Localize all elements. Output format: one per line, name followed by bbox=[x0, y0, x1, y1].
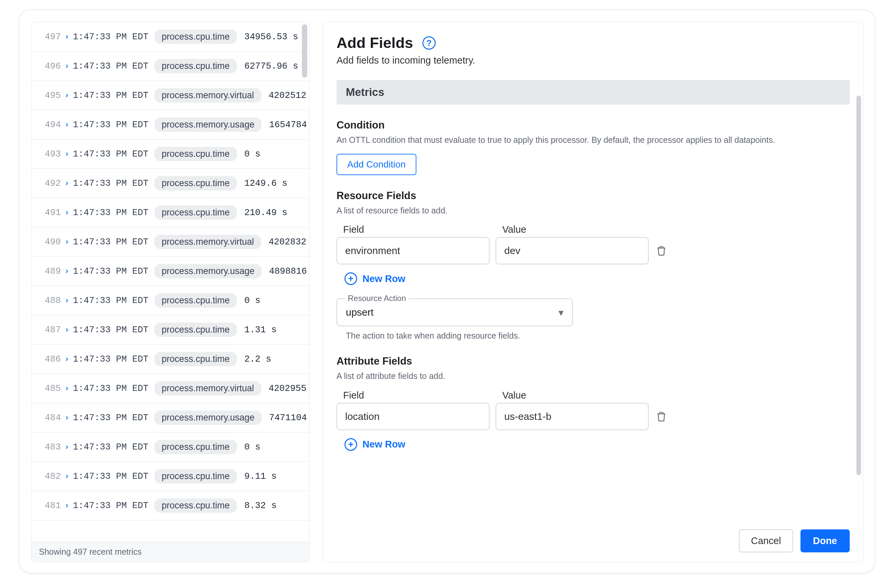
chevron-right-icon bbox=[61, 385, 73, 391]
metric-row[interactable]: 4871:47:33 PM EDTprocess.cpu.time1.31 s bbox=[32, 315, 309, 345]
metric-row[interactable]: 4821:47:33 PM EDTprocess.cpu.time9.11 s bbox=[32, 462, 309, 491]
metric-value: 9.11 s bbox=[244, 472, 276, 481]
metric-value: 0 s bbox=[244, 296, 261, 306]
chevron-right-icon bbox=[61, 34, 73, 40]
metric-timestamp: 1:47:33 PM EDT bbox=[73, 32, 148, 42]
cancel-button[interactable]: Cancel bbox=[739, 529, 793, 552]
metric-row[interactable]: 4901:47:33 PM EDTprocess.memory.virtual4… bbox=[32, 227, 309, 257]
metric-row[interactable]: 4971:47:33 PM EDTprocess.cpu.time34956.5… bbox=[32, 22, 309, 51]
metric-row[interactable]: 4911:47:33 PM EDTprocess.cpu.time210.49 … bbox=[32, 198, 309, 227]
condition-title: Condition bbox=[337, 119, 850, 131]
attribute-new-row-button[interactable]: + New Row bbox=[337, 438, 405, 451]
chevron-right-icon bbox=[61, 444, 73, 450]
form-scrollbar[interactable] bbox=[856, 95, 861, 475]
done-button[interactable]: Done bbox=[800, 529, 850, 552]
metric-timestamp: 1:47:33 PM EDT bbox=[73, 472, 148, 481]
attribute-new-row-label: New Row bbox=[362, 439, 405, 450]
metric-timestamp: 1:47:33 PM EDT bbox=[73, 91, 148, 101]
metric-row-number: 493 bbox=[41, 149, 61, 159]
metric-timestamp: 1:47:33 PM EDT bbox=[73, 120, 148, 130]
metric-row[interactable]: 4881:47:33 PM EDTprocess.cpu.time0 s bbox=[32, 286, 309, 315]
attribute-value-input[interactable] bbox=[495, 403, 649, 430]
resource-field-column-label: Field bbox=[343, 224, 496, 235]
chevron-right-icon bbox=[61, 415, 73, 421]
resource-value-input[interactable] bbox=[495, 237, 649, 265]
metric-row[interactable]: 4931:47:33 PM EDTprocess.cpu.time0 s bbox=[32, 139, 309, 169]
metric-row-number: 486 bbox=[41, 354, 61, 364]
metric-row-number: 495 bbox=[41, 91, 61, 101]
metric-timestamp: 1:47:33 PM EDT bbox=[73, 296, 148, 306]
metric-value: 210.49 s bbox=[244, 208, 288, 218]
metric-timestamp: 1:47:33 PM EDT bbox=[73, 501, 148, 511]
metric-name-tag: process.cpu.time bbox=[154, 147, 237, 161]
metric-name-tag: process.cpu.time bbox=[154, 352, 237, 366]
metric-row[interactable]: 4811:47:33 PM EDTprocess.cpu.time8.32 s bbox=[32, 491, 309, 520]
metric-row[interactable]: 4861:47:33 PM EDTprocess.cpu.time2.2 s bbox=[32, 345, 309, 374]
metric-timestamp: 1:47:33 PM EDT bbox=[73, 61, 148, 71]
attribute-fields-title: Attribute Fields bbox=[337, 355, 850, 367]
resource-action-value: upsert bbox=[346, 307, 373, 318]
attribute-row-delete-button[interactable] bbox=[655, 410, 668, 423]
metric-row[interactable]: 4891:47:33 PM EDTprocess.memory.usage489… bbox=[32, 257, 309, 286]
metric-value: 4898816 bbox=[269, 266, 307, 277]
metrics-scrollbar[interactable] bbox=[302, 24, 307, 77]
metric-row-number: 488 bbox=[41, 296, 61, 306]
metric-name-tag: process.memory.virtual bbox=[154, 381, 261, 396]
resource-new-row-button[interactable]: + New Row bbox=[337, 272, 405, 285]
plus-circle-icon: + bbox=[344, 272, 357, 285]
chevron-right-icon bbox=[61, 151, 73, 157]
metric-timestamp: 1:47:33 PM EDT bbox=[73, 208, 148, 218]
metric-row-number: 490 bbox=[41, 237, 61, 247]
chevron-right-icon bbox=[61, 268, 73, 274]
metric-row-number: 482 bbox=[41, 472, 61, 481]
metric-timestamp: 1:47:33 PM EDT bbox=[73, 413, 148, 423]
metric-name-tag: process.memory.usage bbox=[154, 118, 262, 132]
metric-row-number: 485 bbox=[41, 384, 61, 393]
metric-name-tag: process.cpu.time bbox=[154, 206, 237, 220]
chevron-right-icon bbox=[61, 122, 73, 128]
resource-new-row-label: New Row bbox=[362, 274, 405, 284]
metric-row[interactable]: 4941:47:33 PM EDTprocess.memory.usage165… bbox=[32, 110, 309, 139]
metric-row[interactable]: 4961:47:33 PM EDTprocess.cpu.time62775.9… bbox=[32, 51, 309, 81]
chevron-right-icon bbox=[61, 298, 73, 304]
resource-row-delete-button[interactable] bbox=[655, 244, 668, 257]
metric-row[interactable]: 4851:47:33 PM EDTprocess.memory.virtual4… bbox=[32, 374, 309, 403]
chevron-down-icon: ▾ bbox=[559, 307, 563, 318]
trash-icon bbox=[656, 245, 667, 256]
attribute-field-column-label: Field bbox=[343, 390, 496, 401]
form-panel: Add Fields ? Add fields to incoming tele… bbox=[323, 22, 863, 562]
add-condition-button[interactable]: Add Condition bbox=[337, 154, 416, 175]
metric-value: 0 s bbox=[244, 442, 261, 452]
metric-timestamp: 1:47:33 PM EDT bbox=[73, 442, 148, 452]
metric-name-tag: process.cpu.time bbox=[154, 440, 237, 454]
metric-value: 8.32 s bbox=[244, 501, 276, 511]
metric-row[interactable]: 4831:47:33 PM EDTprocess.cpu.time0 s bbox=[32, 432, 309, 462]
metrics-footer: Showing 497 recent metrics bbox=[32, 542, 309, 562]
resource-action-select[interactable]: Resource Action upsert ▾ bbox=[337, 298, 573, 326]
metric-timestamp: 1:47:33 PM EDT bbox=[73, 178, 148, 189]
metric-row-number: 497 bbox=[41, 32, 61, 42]
attribute-fields-desc: A list of attribute fields to add. bbox=[337, 370, 850, 382]
metric-row-number: 487 bbox=[41, 325, 61, 335]
condition-desc: An OTTL condition that must evaluate to … bbox=[337, 134, 850, 147]
help-icon[interactable]: ? bbox=[422, 36, 436, 50]
metric-name-tag: process.cpu.time bbox=[154, 499, 237, 513]
metric-row-number: 484 bbox=[41, 413, 61, 423]
metric-row[interactable]: 4951:47:33 PM EDTprocess.memory.virtual4… bbox=[32, 81, 309, 110]
metric-name-tag: process.cpu.time bbox=[154, 323, 237, 337]
metric-row[interactable]: 4841:47:33 PM EDTprocess.memory.usage747… bbox=[32, 403, 309, 432]
metric-row-number: 481 bbox=[41, 501, 61, 511]
page-title: Add Fields ? bbox=[337, 34, 850, 51]
chevron-right-icon bbox=[61, 210, 73, 216]
metric-value: 4202512 bbox=[269, 91, 306, 101]
trash-icon bbox=[656, 411, 667, 422]
metric-timestamp: 1:47:33 PM EDT bbox=[73, 354, 148, 364]
metric-value: 7471104 bbox=[269, 413, 307, 423]
metric-timestamp: 1:47:33 PM EDT bbox=[73, 266, 148, 277]
metric-row[interactable]: 4921:47:33 PM EDTprocess.cpu.time1249.6 … bbox=[32, 169, 309, 198]
metric-row-number: 491 bbox=[41, 208, 61, 218]
resource-field-input[interactable] bbox=[337, 237, 489, 265]
metric-name-tag: process.cpu.time bbox=[154, 176, 237, 190]
metric-value: 2.2 s bbox=[244, 354, 271, 364]
attribute-field-input[interactable] bbox=[337, 403, 489, 430]
